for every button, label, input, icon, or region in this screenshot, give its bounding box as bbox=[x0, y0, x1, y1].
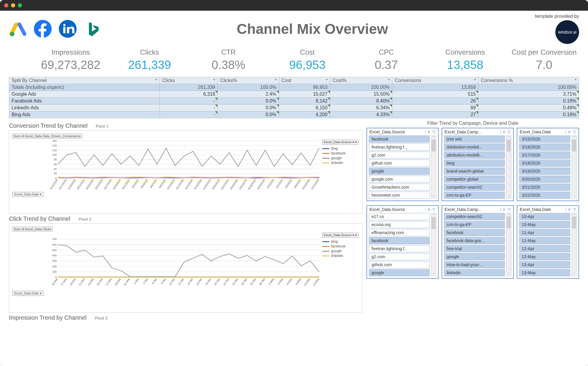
scroll-down-icon[interactable]: ˅ bbox=[508, 273, 510, 276]
slicer-item[interactable]: crm-to-ga-EP bbox=[444, 192, 505, 199]
slicer-item[interactable]: 3/16/2020 bbox=[519, 143, 570, 151]
slicer-item[interactable]: brand-search-global bbox=[444, 168, 505, 175]
legend-item[interactable]: facebook bbox=[322, 244, 358, 248]
table-row[interactable]: Bing Ads-0.0%4,2004.33%270.19% bbox=[9, 111, 579, 118]
slicer-item[interactable]: crm-to-ga-EP bbox=[444, 221, 505, 228]
scrollbar[interactable]: ˄˅ bbox=[431, 213, 436, 276]
slicer-item[interactable]: 12-Apr bbox=[519, 245, 570, 252]
scroll-down-icon[interactable]: ˅ bbox=[573, 273, 575, 276]
legend-item[interactable]: linkedin bbox=[322, 254, 358, 258]
slicer-item[interactable]: competitor global bbox=[444, 176, 505, 183]
slicer-item[interactable]: How-to-load-your-... bbox=[444, 261, 505, 268]
table-header[interactable]: Conversions %▾ bbox=[478, 77, 579, 84]
legend-item[interactable]: bing bbox=[322, 146, 358, 151]
legend-filter-button[interactable]: Excel_Data.Source ▾ ▾ bbox=[322, 233, 358, 238]
slicer-item[interactable]: 3/18/2020 bbox=[519, 160, 570, 167]
legend-item[interactable]: google bbox=[322, 156, 358, 160]
slicer-item[interactable]: facebook-data-goo... bbox=[444, 237, 505, 244]
click-chart[interactable]: Sum of Excel_Data.Clicks 010020030040050… bbox=[9, 223, 362, 313]
clear-filter-icon[interactable]: ▽ bbox=[573, 130, 576, 134]
table-header[interactable]: Cost▾ bbox=[279, 77, 330, 84]
clear-filter-icon[interactable]: ▽ bbox=[573, 207, 576, 212]
slicer-item[interactable]: g2.com bbox=[369, 152, 430, 159]
legend-item[interactable]: facebook bbox=[322, 151, 358, 155]
multi-select-icon[interactable]: ⋮≡ bbox=[499, 207, 505, 212]
slicer-item[interactable]: google bbox=[369, 168, 430, 175]
slicer-item[interactable]: github.com bbox=[369, 261, 430, 268]
slicer-item[interactable]: fivetran.lightning.f... bbox=[369, 143, 430, 151]
slicer-item[interactable]: attribution-modelli... bbox=[444, 152, 505, 159]
scrollbar[interactable]: ˄˅ bbox=[506, 135, 511, 199]
scroll-down-icon[interactable]: ˅ bbox=[573, 195, 575, 198]
conv-chart-date-filter[interactable]: Excel_Data.Date ▾ bbox=[12, 192, 44, 197]
scroll-down-icon[interactable]: ˅ bbox=[433, 273, 434, 276]
scroll-thumb[interactable] bbox=[507, 217, 511, 228]
multi-select-icon[interactable]: ⋮≡ bbox=[564, 130, 570, 134]
slicer-item[interactable]: 11-May bbox=[519, 237, 570, 244]
slicer-item[interactable]: google bbox=[369, 269, 430, 276]
table-row[interactable]: Totals (including organic)261,339100.0%9… bbox=[9, 84, 579, 91]
slicer-item[interactable]: 3/20/2020 bbox=[519, 176, 570, 183]
scrollbar[interactable]: ˄˅ bbox=[571, 135, 577, 199]
table-row[interactable]: Google Ads6,3182.4%15,02715.50%5153.71% bbox=[9, 91, 579, 98]
scrollbar[interactable]: ˄˅ bbox=[506, 213, 511, 276]
slicer-item[interactable]: ecosia.org bbox=[369, 221, 430, 228]
legend-item[interactable]: google bbox=[322, 249, 358, 253]
slicer-item[interactable]: facebook bbox=[369, 135, 430, 143]
slicer-item[interactable]: 3/19/2020 bbox=[519, 168, 570, 175]
scroll-down-icon[interactable]: ˅ bbox=[433, 195, 434, 198]
slicer-item[interactable]: 11-Apr bbox=[519, 229, 570, 236]
legend-item[interactable]: bing bbox=[322, 239, 358, 244]
slicer-item[interactable]: facebook bbox=[444, 229, 505, 236]
slicer-item[interactable]: 3/22/2020 bbox=[519, 192, 570, 199]
clear-filter-icon[interactable]: ▽ bbox=[508, 130, 511, 134]
table-header[interactable]: Clicks▾ bbox=[159, 77, 218, 84]
window-maximize-button[interactable] bbox=[18, 3, 22, 7]
slicer-item[interactable]: free-trial bbox=[444, 245, 505, 252]
slicer-item[interactable]: fivetran.lightning.f... bbox=[369, 245, 430, 252]
scroll-up-icon[interactable]: ˄ bbox=[573, 213, 575, 217]
slicer-item[interactable]: bing bbox=[444, 160, 505, 167]
scroll-thumb[interactable] bbox=[572, 217, 576, 228]
slicer-item[interactable]: 3/15/2020 bbox=[519, 135, 570, 143]
slicer-item[interactable]: 13-Apr bbox=[519, 261, 570, 268]
clear-filter-icon[interactable]: ▽ bbox=[508, 207, 511, 212]
multi-select-icon[interactable]: ⋮≡ bbox=[423, 207, 430, 212]
slicer-item[interactable]: 12-May bbox=[519, 253, 570, 260]
scroll-thumb[interactable] bbox=[572, 140, 576, 152]
table-header[interactable]: Cost%▾ bbox=[330, 77, 392, 84]
table-header[interactable]: Split By Channel▾ bbox=[9, 77, 160, 84]
slicer-item[interactable]: (not set) bbox=[444, 135, 505, 143]
multi-select-icon[interactable]: ⋮≡ bbox=[499, 130, 505, 134]
table-row[interactable]: LinkedIn Ads-0.0%6,1506.34%690.49% bbox=[9, 105, 579, 111]
slicer-item[interactable]: hexometer.com bbox=[369, 192, 430, 199]
slicer-item[interactable]: google.com bbox=[369, 176, 430, 183]
clear-filter-icon[interactable]: ▽ bbox=[432, 207, 436, 212]
slicer-item[interactable]: facebook bbox=[369, 237, 430, 244]
slicer-item[interactable]: 10-May bbox=[519, 221, 570, 228]
window-close-button[interactable] bbox=[4, 3, 8, 7]
slicer-item[interactable]: e27.co bbox=[369, 213, 430, 220]
slicer-item[interactable]: Attribution-modeli... bbox=[444, 143, 505, 151]
slicer-item[interactable]: effinamazing.com bbox=[369, 229, 430, 236]
scroll-up-icon[interactable]: ˄ bbox=[573, 136, 575, 139]
slicer-item[interactable]: github.com bbox=[369, 160, 430, 167]
legend-item[interactable]: linkedin bbox=[322, 161, 358, 165]
legend-filter-button[interactable]: Excel_Data.Source ▾ ▾ bbox=[322, 140, 358, 145]
scroll-up-icon[interactable]: ˄ bbox=[433, 213, 434, 217]
scroll-thumb[interactable] bbox=[507, 140, 511, 152]
slicer-item[interactable]: 10-Apr bbox=[519, 213, 570, 220]
slicer-item[interactable]: 13-May bbox=[519, 269, 570, 276]
window-minimize-button[interactable] bbox=[11, 3, 15, 7]
slicer-item[interactable]: google bbox=[444, 253, 505, 260]
scroll-up-icon[interactable]: ˄ bbox=[433, 136, 434, 139]
slicer-item[interactable]: 3/21/2020 bbox=[519, 184, 570, 191]
slicer-item[interactable]: g2.com bbox=[369, 253, 430, 260]
scroll-up-icon[interactable]: ˄ bbox=[508, 136, 510, 139]
scroll-down-icon[interactable]: ˅ bbox=[508, 195, 510, 198]
scrollbar[interactable]: ˄˅ bbox=[431, 135, 436, 199]
click-chart-date-filter[interactable]: Excel_Data.Date ▾ bbox=[12, 291, 44, 296]
conv-chart[interactable]: Sum of Excel_Data.Data_Driven_Conversion… bbox=[9, 130, 362, 214]
clear-filter-icon[interactable]: ▽ bbox=[432, 130, 436, 134]
slicer-item[interactable]: linkedin bbox=[444, 269, 505, 276]
